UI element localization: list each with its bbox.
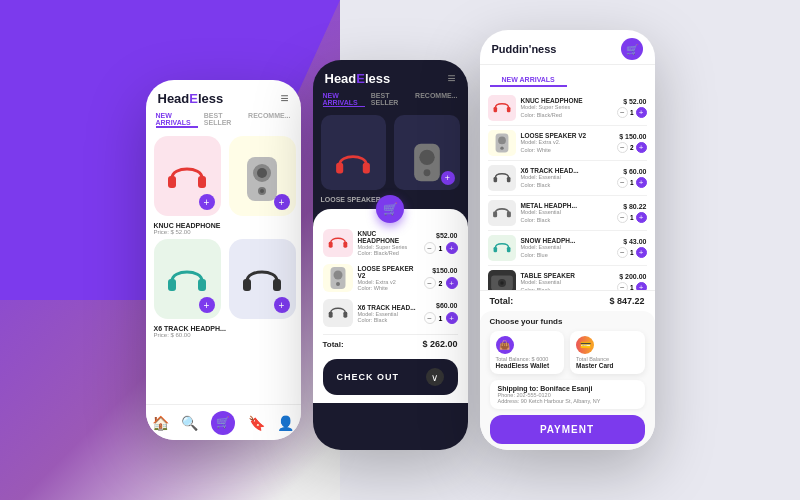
p3-wallet-name-1: HeadEless Wallet bbox=[496, 362, 559, 369]
p2-qty-minus-1[interactable]: − bbox=[424, 242, 436, 254]
p2-qty-ctrl-1: − 1 + bbox=[424, 242, 458, 254]
svg-rect-16 bbox=[328, 242, 332, 248]
p1-tab-recommend[interactable]: RECOMME... bbox=[248, 112, 290, 128]
p2-item-color-1: Color: Black/Red bbox=[358, 250, 419, 256]
p2-cart-section: KNUC HEADPHONE Model: Super Series Color… bbox=[313, 209, 468, 403]
svg-rect-29 bbox=[506, 177, 510, 182]
p3-qty-plus-6[interactable]: + bbox=[636, 282, 647, 290]
p3-total-row: Total: $ 847.22 bbox=[480, 290, 655, 311]
p2-qty-plus-3[interactable]: + bbox=[446, 312, 458, 324]
p2-tab-recommend[interactable]: RECOMME... bbox=[415, 92, 457, 107]
p3-shipping: Shipping to: Boniface Esanji Phone: 202-… bbox=[490, 380, 645, 409]
svg-point-27 bbox=[500, 146, 503, 149]
p2-card-speaker-plus[interactable]: + bbox=[441, 171, 455, 185]
p3-thumb-2 bbox=[488, 130, 516, 156]
p1-menu-icon[interactable]: ≡ bbox=[280, 90, 288, 106]
p2-checkout-label: CHECK OUT bbox=[337, 372, 400, 382]
p2-checkout-button[interactable]: CHECK OUT ∨ bbox=[323, 359, 458, 395]
p2-card-speaker: + bbox=[394, 115, 460, 190]
p1-card-dark-plus[interactable]: + bbox=[274, 297, 290, 313]
svg-rect-30 bbox=[493, 211, 497, 217]
svg-rect-9 bbox=[243, 279, 251, 291]
svg-rect-8 bbox=[198, 279, 206, 291]
p1-bottom-nav: 🏠 🔍 🛒 🔖 👤 bbox=[146, 404, 301, 440]
p2-qty-num-2: 2 bbox=[439, 280, 443, 287]
p3-new-arrivals[interactable]: NEW ARRIVALS bbox=[490, 72, 567, 87]
p1-nav-user[interactable]: 👤 bbox=[277, 415, 294, 431]
p1-nav-home[interactable]: 🏠 bbox=[152, 415, 169, 431]
p3-qty-plus-3[interactable]: + bbox=[636, 177, 647, 188]
p3-item-info-6: TABLE SPEAKER Model: Essential Color: Bl… bbox=[521, 272, 612, 290]
p1-card-teal-plus[interactable]: + bbox=[199, 297, 215, 313]
p3-payment-title: Choose your funds bbox=[490, 317, 645, 326]
p2-menu-icon[interactable]: ≡ bbox=[447, 70, 455, 86]
p3-cart-item-4: METAL HEADPH... Model: Essential Color: … bbox=[488, 196, 647, 231]
p1-tab-new-arrivals[interactable]: NEW ARRIVALS bbox=[156, 112, 198, 128]
p2-item-color-3: Color: Black bbox=[358, 317, 419, 323]
p2-tab-new-arrivals[interactable]: NEW ARRIVALS bbox=[323, 92, 365, 107]
svg-point-14 bbox=[419, 150, 434, 165]
p2-logo: HeadEless bbox=[325, 71, 391, 86]
p2-tabs: NEW ARRIVALS BEST SELLER RECOMME... bbox=[313, 92, 468, 107]
p3-item-price-2: $ 150.00 bbox=[619, 133, 646, 140]
p3-total-amt: $ 847.22 bbox=[609, 296, 644, 306]
p3-qty-minus-6[interactable]: − bbox=[617, 282, 628, 290]
p1-card-teal: + bbox=[154, 239, 221, 319]
p3-qty-minus-5[interactable]: − bbox=[617, 247, 628, 258]
p3-pay-button[interactable]: PAYMENT bbox=[490, 415, 645, 444]
svg-point-4 bbox=[257, 168, 267, 178]
p3-wallet-name-2: Master Card bbox=[576, 362, 639, 369]
p1-nav-bookmark[interactable]: 🔖 bbox=[248, 415, 265, 431]
p2-qty-plus-1[interactable]: + bbox=[446, 242, 458, 254]
p2-qty-minus-2[interactable]: − bbox=[424, 277, 436, 289]
p3-qty-ctrl-2: − 2 + bbox=[617, 142, 647, 153]
p3-item-name-6: TABLE SPEAKER bbox=[521, 272, 612, 279]
p3-qty-minus-3[interactable]: − bbox=[617, 177, 628, 188]
p1-tab-best-seller[interactable]: BEST SELLER bbox=[204, 112, 242, 128]
p3-cart-badge[interactable]: 🛒 bbox=[621, 38, 643, 60]
p3-thumb-1 bbox=[488, 95, 516, 121]
p2-tab-best-seller[interactable]: BEST SELLER bbox=[371, 92, 409, 107]
svg-point-19 bbox=[333, 271, 342, 280]
p2-item-details-1: KNUC HEADPHONE Model: Super Series Color… bbox=[358, 230, 419, 256]
svg-rect-0 bbox=[168, 176, 176, 188]
p1-card-speaker: + bbox=[229, 136, 296, 216]
p1-card-headphone-plus[interactable]: + bbox=[199, 194, 215, 210]
p3-item-name-2: LOOSE SPEAKER V2 bbox=[521, 132, 612, 139]
p3-wallet-mastercard[interactable]: 💳 Total Balance Master Card bbox=[570, 331, 645, 374]
p3-cart-item-6: TABLE SPEAKER Model: Essential Color: Bl… bbox=[488, 266, 647, 290]
p2-qty-minus-3[interactable]: − bbox=[424, 312, 436, 324]
p3-item-info-1: KNUC HEADPHONE Model: Super Series Color… bbox=[521, 97, 612, 118]
p1-products: + + KNUC bbox=[146, 136, 301, 340]
p1-logo: HeadEless bbox=[158, 91, 224, 106]
p3-item-color-4: Color: Black bbox=[521, 217, 612, 224]
p1-product-row-2: + + bbox=[154, 239, 293, 319]
p3-item-info-5: SNOW HEADPH... Model: Essential Color: B… bbox=[521, 237, 612, 258]
p3-payment-section: Choose your funds 👜 Total Balance: $ 600… bbox=[480, 311, 655, 450]
p3-qty-plus-5[interactable]: + bbox=[636, 247, 647, 258]
p1-card-speaker-plus[interactable]: + bbox=[274, 194, 290, 210]
p1-product-price-headphone: Price: $ 52.00 bbox=[154, 229, 293, 235]
p1-nav-search[interactable]: 🔍 bbox=[181, 415, 198, 431]
svg-rect-1 bbox=[198, 176, 206, 188]
p3-qty-plus-1[interactable]: + bbox=[636, 107, 647, 118]
p2-qty-ctrl-2: − 2 + bbox=[424, 277, 458, 289]
svg-point-36 bbox=[500, 281, 503, 284]
p3-item-color-3: Color: Black bbox=[521, 182, 612, 189]
p3-wallet-headeless[interactable]: 👜 Total Balance: $ 6000 HeadEless Wallet bbox=[490, 331, 565, 374]
p3-qty-minus-4[interactable]: − bbox=[617, 212, 628, 223]
p1-nav-cart[interactable]: 🛒 bbox=[211, 411, 235, 435]
p3-qty-plus-4[interactable]: + bbox=[636, 212, 647, 223]
p3-qty-plus-2[interactable]: + bbox=[636, 142, 647, 153]
p2-cart-item-2: LOOSE SPEAKER V2 Model: Extra v2 Color: … bbox=[323, 264, 458, 292]
p3-qty-minus-2[interactable]: − bbox=[617, 142, 628, 153]
p3-qty-num-3: 1 bbox=[630, 179, 634, 186]
p3-thumb-5 bbox=[488, 235, 516, 261]
svg-rect-21 bbox=[328, 312, 332, 318]
p3-qty-minus-1[interactable]: − bbox=[617, 107, 628, 118]
p2-qty-plus-2[interactable]: + bbox=[446, 277, 458, 289]
p2-cart-bubble[interactable]: 🛒 bbox=[376, 195, 404, 223]
p3-item-price-1: $ 52.00 bbox=[623, 98, 646, 105]
p2-total-amt: $ 262.00 bbox=[422, 339, 457, 349]
p3-qty-num-1: 1 bbox=[630, 109, 634, 116]
